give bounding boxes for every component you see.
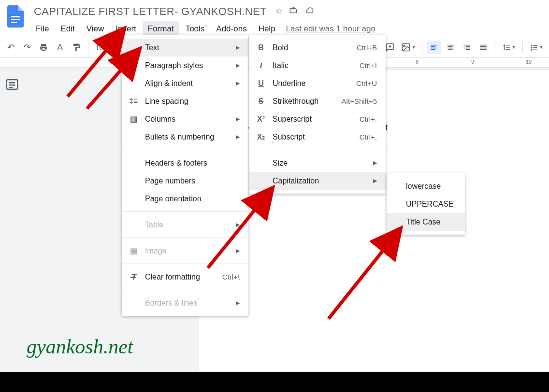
- outline-toggle-button[interactable]: [5, 77, 19, 94]
- text-underline-item[interactable]: UUnderlineCtrl+U: [249, 74, 386, 92]
- format-dropdown: Text▶ Paragraph styles▶ Align & indent▶ …: [122, 35, 248, 316]
- align-right-button[interactable]: [460, 41, 474, 54]
- superscript-icon: X²: [256, 115, 266, 124]
- text-superscript-item[interactable]: X²SuperscriptCtrl+.: [249, 110, 386, 128]
- clear-formatting-icon: T̶: [129, 272, 138, 281]
- text-submenu: BBoldCtrl+B IItalicCtrl+I UUnderlineCtrl…: [249, 35, 386, 194]
- text-strikethrough-item[interactable]: SStrikethroughAlt+Shift+5: [249, 92, 386, 110]
- watermark-text: gyankosh.net: [27, 335, 133, 358]
- cap-lowercase-item[interactable]: lowercase: [387, 177, 465, 195]
- bottom-letterbox: [0, 372, 549, 392]
- format-borders-lines-item: Borders & lines▶: [122, 294, 248, 312]
- format-line-spacing-item[interactable]: ‡≡Line spacing: [122, 92, 248, 110]
- last-edit-link[interactable]: Last edit was 1 hour ago: [286, 24, 376, 34]
- format-text-item[interactable]: Text▶: [122, 39, 248, 56]
- format-bullets-numbering-item[interactable]: Bullets & numbering▶: [122, 128, 248, 146]
- spellcheck-button[interactable]: A: [53, 41, 67, 54]
- header-bar: CAPITALIZE FIRST LETTER- GYANKOSH.NET ☆ …: [0, 0, 549, 37]
- paint-format-button[interactable]: [70, 41, 83, 54]
- menu-edit[interactable]: Edit: [56, 21, 79, 37]
- align-center-button[interactable]: [444, 41, 457, 54]
- format-paragraph-styles-item[interactable]: Paragraph styles▶: [122, 56, 248, 74]
- cap-titlecase-item[interactable]: Title Case: [387, 213, 465, 231]
- svg-rect-1: [11, 19, 20, 20]
- menu-file[interactable]: File: [31, 21, 54, 37]
- format-page-numbers-item[interactable]: Page numbers: [122, 172, 248, 190]
- format-image-item: ▣Image▶: [122, 242, 248, 260]
- docs-logo[interactable]: [6, 4, 25, 29]
- subscript-icon: X₂: [256, 132, 266, 141]
- move-icon[interactable]: [289, 6, 298, 17]
- capitalization-submenu: lowercase UPPERCASE Title Case: [387, 173, 465, 235]
- zoom-selector[interactable]: 100%▼: [93, 43, 122, 52]
- format-table-item: Table▶: [122, 216, 248, 234]
- line-spacing-button[interactable]: ▼: [500, 41, 518, 54]
- redo-button[interactable]: ↷: [20, 41, 34, 54]
- line-spacing-icon: ‡≡: [129, 97, 138, 106]
- text-capitalization-item[interactable]: Capitalization▶: [249, 172, 386, 190]
- text-italic-item[interactable]: IItalicCtrl+I: [249, 56, 386, 74]
- align-justify-button[interactable]: [477, 41, 490, 54]
- text-size-item[interactable]: Size▶: [249, 154, 386, 172]
- cloud-status-icon[interactable]: [304, 6, 314, 17]
- format-page-orientation-item[interactable]: Page orientation: [122, 190, 248, 208]
- columns-icon: ▥: [129, 114, 138, 124]
- print-button[interactable]: [37, 41, 50, 54]
- menu-bar: File Edit View Insert Format Tools Add-o…: [31, 19, 543, 37]
- bold-icon: B: [256, 43, 266, 52]
- star-icon[interactable]: ☆: [275, 6, 282, 17]
- image-icon: ▣: [129, 246, 138, 255]
- align-left-button[interactable]: [427, 41, 441, 54]
- format-clear-formatting-item[interactable]: T̶Clear formattingCtrl+\: [122, 268, 248, 286]
- strikethrough-icon: S: [256, 97, 266, 106]
- format-columns-item[interactable]: ▥Columns▶: [122, 110, 248, 128]
- insert-image-button[interactable]: ▼: [400, 41, 417, 54]
- undo-button[interactable]: ↶: [4, 41, 17, 54]
- format-align-indent-item[interactable]: Align & indent▶: [122, 74, 248, 92]
- svg-point-4: [404, 45, 405, 47]
- svg-rect-0: [11, 16, 20, 17]
- document-title[interactable]: CAPITALIZE FIRST LETTER- GYANKOSH.NET: [31, 4, 270, 19]
- svg-rect-2: [11, 22, 17, 23]
- underline-icon: U: [256, 79, 266, 88]
- italic-icon: I: [256, 61, 266, 70]
- format-headers-footers-item[interactable]: Headers & footers: [122, 154, 248, 172]
- checklist-button[interactable]: ▼: [528, 41, 545, 54]
- menu-view[interactable]: View: [82, 21, 109, 37]
- text-bold-item[interactable]: BBoldCtrl+B: [249, 39, 386, 56]
- cap-uppercase-item[interactable]: UPPERCASE: [387, 195, 465, 213]
- text-subscript-item[interactable]: X₂SubscriptCtrl+,: [249, 128, 386, 146]
